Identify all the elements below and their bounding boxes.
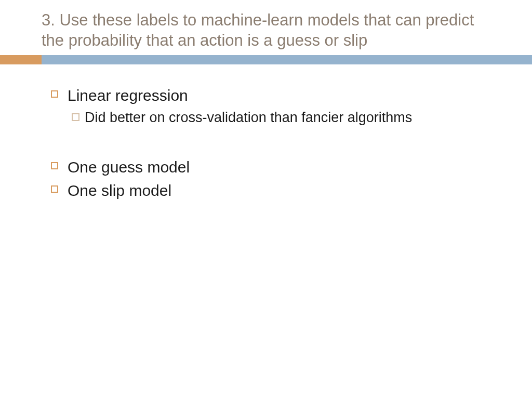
slide-title-area: 3. Use these labels to machine-learn mod… bbox=[0, 0, 532, 55]
bullet-text: One guess model bbox=[68, 157, 190, 177]
square-bullet-icon bbox=[72, 113, 79, 121]
spacer bbox=[42, 130, 490, 157]
sub-bullet-text: Did better on cross-validation than fanc… bbox=[85, 109, 412, 127]
slide-title: 3. Use these labels to machine-learn mod… bbox=[42, 10, 490, 51]
divider-bar bbox=[0, 55, 532, 64]
square-bullet-icon bbox=[51, 185, 58, 193]
bullet-item: Linear regression bbox=[51, 85, 490, 105]
divider-blue-segment bbox=[42, 55, 532, 64]
bullet-text: Linear regression bbox=[68, 85, 188, 105]
bullet-item: One slip model bbox=[51, 180, 490, 201]
bullet-text: One slip model bbox=[68, 180, 171, 201]
sub-bullet-item: Did better on cross-validation than fanc… bbox=[72, 109, 490, 127]
square-bullet-icon bbox=[51, 162, 58, 169]
bullet-item: One guess model bbox=[51, 157, 490, 177]
slide-content: Linear regression Did better on cross-va… bbox=[0, 64, 532, 201]
divider-orange-segment bbox=[0, 55, 42, 64]
square-bullet-icon bbox=[51, 90, 58, 98]
